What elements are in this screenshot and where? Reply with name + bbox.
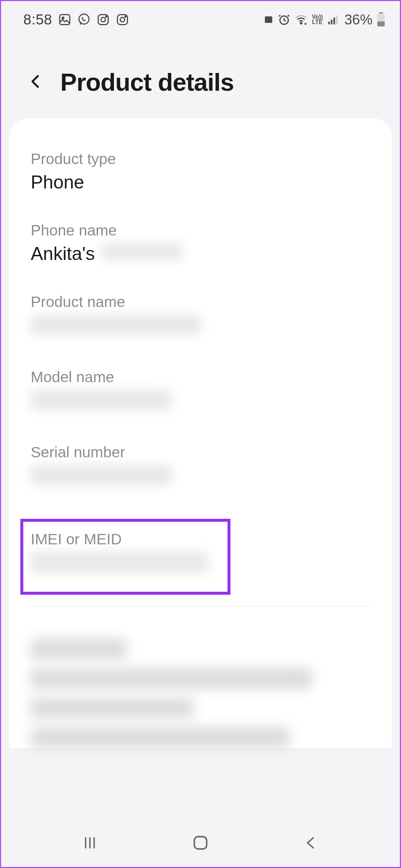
clock: 8:58 bbox=[23, 11, 52, 28]
specifications-section[interactable] bbox=[31, 638, 370, 748]
phone-name-prefix: Ankita's bbox=[31, 243, 95, 264]
svg-point-5 bbox=[106, 16, 107, 17]
alarm-icon bbox=[278, 13, 290, 26]
svg-point-11 bbox=[300, 23, 302, 24]
status-left: 8:58 bbox=[23, 11, 129, 28]
svg-point-7 bbox=[120, 17, 125, 22]
field-value bbox=[31, 465, 370, 490]
field-model-name[interactable]: Model name bbox=[31, 368, 370, 415]
svg-rect-22 bbox=[194, 837, 206, 849]
field-value bbox=[31, 552, 220, 577]
field-label: Product name bbox=[31, 293, 370, 311]
redacted-line bbox=[31, 727, 290, 748]
field-phone-name[interactable]: Phone name Ankita's bbox=[31, 222, 370, 264]
svg-rect-0 bbox=[60, 15, 70, 25]
svg-point-1 bbox=[62, 17, 64, 19]
field-value bbox=[31, 390, 370, 415]
navigation-bar bbox=[1, 819, 400, 867]
svg-rect-13 bbox=[331, 20, 332, 24]
svg-rect-14 bbox=[333, 17, 335, 24]
wifi-icon bbox=[294, 13, 308, 27]
svg-point-8 bbox=[125, 16, 126, 17]
page-title: Product details bbox=[60, 68, 234, 96]
field-value bbox=[31, 314, 370, 340]
signal-icon bbox=[327, 13, 339, 26]
battery-icon bbox=[376, 12, 386, 27]
instagram-icon bbox=[116, 13, 129, 26]
redacted-line bbox=[31, 668, 312, 689]
redacted-line bbox=[31, 638, 127, 659]
svg-point-4 bbox=[101, 17, 105, 22]
redacted-value bbox=[31, 465, 171, 485]
redacted-value bbox=[31, 390, 171, 410]
field-label: Product type bbox=[31, 150, 370, 168]
header: Product details bbox=[1, 34, 400, 118]
field-product-type[interactable]: Product type Phone bbox=[31, 150, 370, 193]
field-label: IMEI or MEID bbox=[31, 531, 220, 548]
details-card: Product type Phone Phone name Ankita's P… bbox=[9, 118, 392, 748]
redacted-value bbox=[101, 243, 182, 260]
field-product-name[interactable]: Product name bbox=[31, 293, 370, 340]
svg-rect-12 bbox=[328, 22, 330, 24]
svg-rect-18 bbox=[377, 21, 385, 26]
back-nav-button[interactable] bbox=[298, 830, 324, 856]
volte-icon: Vo))LTE bbox=[312, 14, 323, 25]
card-icon bbox=[263, 14, 274, 25]
imei-highlight: IMEI or MEID bbox=[20, 519, 230, 595]
field-label: Phone name bbox=[31, 222, 370, 239]
status-right: Vo))LTE 36% bbox=[263, 12, 386, 28]
whatsapp-icon bbox=[77, 13, 91, 26]
back-button[interactable] bbox=[27, 72, 43, 93]
divider bbox=[31, 606, 370, 607]
redacted-line bbox=[31, 698, 193, 718]
gallery-icon bbox=[58, 13, 71, 26]
battery-percent: 36% bbox=[344, 12, 373, 28]
redacted-value bbox=[31, 314, 201, 335]
svg-rect-9 bbox=[265, 16, 272, 23]
field-value: Ankita's bbox=[31, 243, 370, 264]
svg-rect-15 bbox=[336, 16, 337, 24]
recents-button[interactable] bbox=[77, 830, 103, 856]
field-imei-meid[interactable]: IMEI or MEID bbox=[31, 531, 220, 577]
field-label: Serial number bbox=[31, 444, 370, 461]
redacted-value bbox=[31, 552, 208, 572]
status-bar: 8:58 Vo))LTE 36% bbox=[1, 1, 400, 34]
field-value: Phone bbox=[31, 171, 370, 193]
field-label: Model name bbox=[31, 368, 370, 386]
field-serial-number[interactable]: Serial number bbox=[31, 444, 370, 490]
instagram-icon bbox=[97, 13, 110, 26]
home-button[interactable] bbox=[188, 830, 213, 856]
svg-rect-16 bbox=[379, 12, 383, 13]
